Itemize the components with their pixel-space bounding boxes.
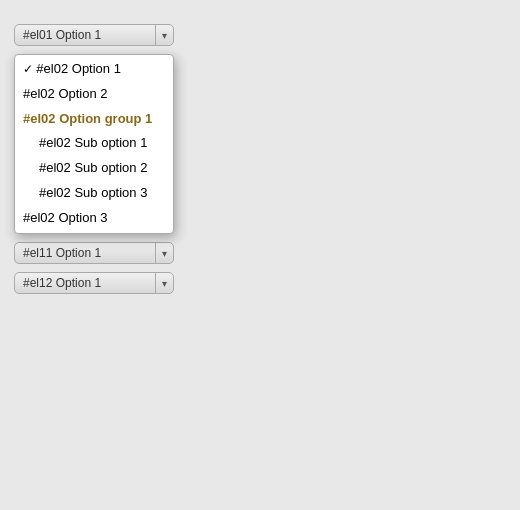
select-button-el11[interactable]: #el11 Option 1▾ [14,242,174,264]
main-content: #el01 Option 1▾#el02 Option 1#el02 Optio… [0,16,520,304]
select-container-el11: #el11 Option 1▾ [14,242,506,264]
select-wrapper-el12: #el12 Option 1▾ [14,272,174,294]
select-value-el01: #el01 Option 1 [23,28,149,42]
dropdown-item-sub-option[interactable]: #el02 Sub option 2 [15,156,173,181]
select-arrow-icon-el11: ▾ [155,243,173,263]
select-wrapper-el11: #el11 Option 1▾ [14,242,174,264]
select-button-el12[interactable]: #el12 Option 1▾ [14,272,174,294]
dropdown-item-checked[interactable]: #el02 Option 1 [15,57,173,82]
select-wrapper-el01: #el01 Option 1▾ [14,24,174,46]
dropdown-el02: #el02 Option 1#el02 Option 2#el02 Option… [14,54,174,234]
select-arrow-icon-el12: ▾ [155,273,173,293]
select-container-el12: #el12 Option 1▾ [14,272,506,294]
dropdown-item-normal[interactable]: #el02 Option 2 [15,82,173,107]
select-value-el11: #el11 Option 1 [23,246,149,260]
select-container-el01: #el01 Option 1▾ [14,24,506,46]
dropdown-item-normal[interactable]: #el02 Option 3 [15,206,173,231]
dropdown-item-sub-option[interactable]: #el02 Sub option 1 [15,131,173,156]
header [0,0,520,16]
select-arrow-icon-el01: ▾ [155,25,173,45]
dropdown-item-sub-option[interactable]: #el02 Sub option 3 [15,181,173,206]
select-button-el01[interactable]: #el01 Option 1▾ [14,24,174,46]
dropdown-item-group-label: #el02 Option group 1 [15,107,173,132]
select-value-el12: #el12 Option 1 [23,276,149,290]
